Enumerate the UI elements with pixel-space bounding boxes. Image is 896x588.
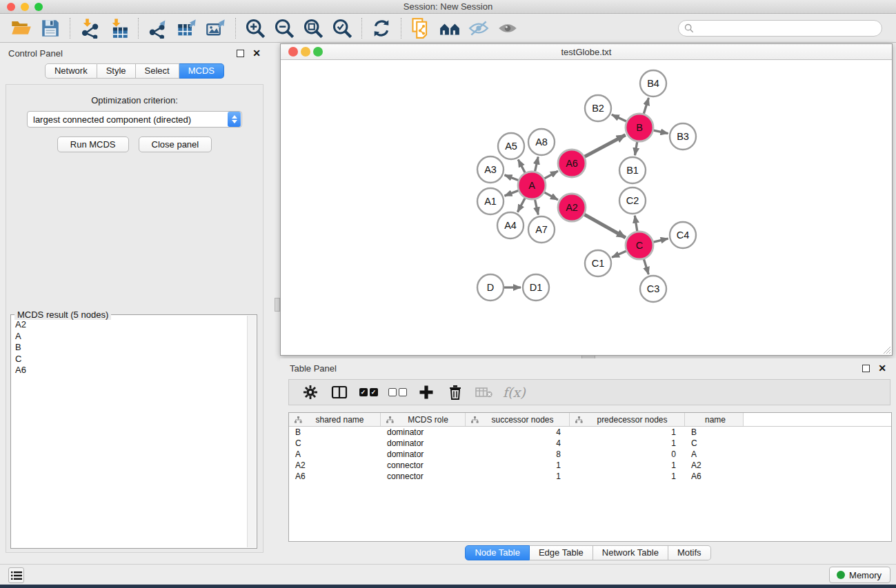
tab-network[interactable]: Network: [45, 63, 97, 79]
result-list-item[interactable]: C: [11, 354, 247, 365]
zoom-fit-button[interactable]: [299, 17, 328, 40]
cell-shared_name[interactable]: A6: [289, 472, 381, 481]
close-panel-button[interactable]: Close panel: [139, 136, 212, 152]
graph-node-C1[interactable]: C1: [585, 250, 611, 276]
edge-B-B1[interactable]: [635, 142, 637, 156]
edge-B-B2[interactable]: [612, 114, 626, 121]
graph-node-A8[interactable]: A8: [528, 129, 555, 155]
graph-node-D[interactable]: D: [477, 274, 504, 301]
graph-node-B[interactable]: B: [626, 114, 653, 141]
close-panel-icon[interactable]: ✕: [878, 365, 886, 372]
column-header-successor-nodes[interactable]: successor nodes: [466, 413, 570, 426]
refresh-view-button[interactable]: [367, 17, 396, 40]
table-row[interactable]: Cdominator41C: [289, 438, 891, 449]
result-list-item[interactable]: A6: [11, 365, 247, 376]
graph-node-A5[interactable]: A5: [498, 133, 524, 159]
zoom-selected-button[interactable]: [328, 17, 357, 40]
network-window-titlebar[interactable]: testGlobe.txt: [281, 44, 892, 60]
cell-mcds_role[interactable]: connector: [381, 472, 466, 481]
result-list-item[interactable]: B: [11, 342, 247, 354]
new-network-from-file-button[interactable]: [406, 17, 435, 40]
tab-mcds[interactable]: MCDS: [179, 63, 224, 79]
hide-selected-button[interactable]: [464, 17, 493, 40]
cell-name[interactable]: B: [685, 427, 744, 437]
zoom-out-button[interactable]: [270, 17, 299, 40]
table-tab-node-table[interactable]: Node Table: [465, 545, 530, 560]
show-all-button[interactable]: [493, 17, 522, 40]
graph-node-A6[interactable]: A6: [558, 150, 586, 177]
table-row[interactable]: Bdominator41B: [289, 427, 891, 438]
function-builder-button[interactable]: f(x): [503, 382, 526, 403]
deselect-all-button[interactable]: [387, 382, 408, 403]
edge-B-B3[interactable]: [654, 130, 668, 133]
export-table-button[interactable]: [172, 17, 201, 40]
graph-node-A4[interactable]: A4: [497, 212, 524, 239]
cell-name[interactable]: C: [685, 438, 744, 448]
result-scrollbar[interactable]: [247, 316, 256, 547]
cell-predecessor_nodes[interactable]: 1: [570, 460, 685, 470]
table-tab-network-table[interactable]: Network Table: [593, 545, 668, 560]
home-button[interactable]: [435, 17, 464, 40]
save-session-button[interactable]: [36, 17, 65, 40]
criterion-dropdown[interactable]: largest connected component (directed): [27, 111, 242, 128]
graph-node-A[interactable]: A: [518, 172, 546, 199]
float-panel-icon[interactable]: [862, 365, 870, 372]
edge-A-A6[interactable]: [544, 171, 558, 179]
graph-node-C2[interactable]: C2: [619, 187, 646, 214]
close-window-button[interactable]: [7, 3, 15, 11]
edge-A-A8[interactable]: [535, 157, 539, 172]
graph-node-A7[interactable]: A7: [528, 216, 555, 243]
graph-node-C4[interactable]: C4: [670, 222, 696, 248]
cell-successor_nodes[interactable]: 4: [466, 438, 570, 448]
cell-successor_nodes[interactable]: 1: [466, 472, 570, 481]
result-list-item[interactable]: A: [11, 331, 247, 343]
import-table-button[interactable]: [104, 17, 133, 40]
table-settings-button[interactable]: [300, 382, 321, 403]
column-header-MCDS-role[interactable]: MCDS role: [381, 413, 466, 426]
minimize-window-button[interactable]: [21, 3, 29, 11]
graph-node-B2[interactable]: B2: [585, 95, 611, 121]
cell-successor_nodes[interactable]: 1: [466, 460, 570, 470]
import-network-button[interactable]: [75, 17, 104, 40]
edge-A-A4[interactable]: [517, 199, 525, 212]
network-minimize-button[interactable]: [301, 47, 310, 57]
edge-C-C2[interactable]: [635, 216, 637, 232]
cell-shared_name[interactable]: B: [289, 427, 381, 437]
edge-A-A2[interactable]: [544, 192, 558, 200]
edge-A2-C[interactable]: [584, 214, 626, 237]
export-image-button[interactable]: [201, 17, 230, 40]
edge-C-C4[interactable]: [653, 239, 668, 242]
graph-node-C[interactable]: C: [626, 232, 653, 259]
column-header-shared-name[interactable]: shared name: [289, 413, 381, 426]
cell-mcds_role[interactable]: dominator: [381, 427, 466, 437]
graph-node-A3[interactable]: A3: [477, 156, 504, 183]
graph-node-B4[interactable]: B4: [640, 70, 666, 97]
mcds-result-list[interactable]: A2ABCA6: [11, 319, 247, 547]
search-input[interactable]: [697, 21, 876, 35]
result-list-item[interactable]: A2: [11, 319, 247, 331]
graph-node-B3[interactable]: B3: [670, 123, 696, 150]
edge-A6-B[interactable]: [585, 135, 626, 156]
select-all-button[interactable]: ✓✓: [358, 382, 379, 403]
cell-shared_name[interactable]: A2: [289, 460, 381, 470]
maximize-window-button[interactable]: [34, 3, 43, 11]
graph-node-D1[interactable]: D1: [523, 274, 549, 301]
cell-predecessor_nodes[interactable]: 0: [570, 449, 685, 459]
table-row[interactable]: A6connector11A6: [289, 471, 891, 482]
cell-name[interactable]: A6: [685, 472, 744, 481]
tab-select[interactable]: Select: [136, 63, 179, 79]
cell-predecessor_nodes[interactable]: 1: [570, 427, 685, 437]
cell-shared_name[interactable]: C: [289, 438, 381, 448]
column-header-predecessor-nodes[interactable]: predecessor nodes: [570, 413, 685, 426]
edge-A-A1[interactable]: [505, 191, 519, 196]
cell-shared_name[interactable]: A: [289, 449, 381, 459]
edge-A-A7[interactable]: [535, 200, 539, 215]
network-maximize-button[interactable]: [313, 47, 323, 57]
float-panel-icon[interactable]: [237, 50, 244, 57]
task-history-button[interactable]: [8, 567, 24, 583]
cell-successor_nodes[interactable]: 4: [466, 427, 570, 437]
cell-predecessor_nodes[interactable]: 1: [570, 438, 685, 448]
run-mcds-button[interactable]: Run MCDS: [57, 136, 129, 152]
cell-name[interactable]: A: [685, 449, 744, 459]
column-header-name[interactable]: name: [685, 413, 744, 426]
